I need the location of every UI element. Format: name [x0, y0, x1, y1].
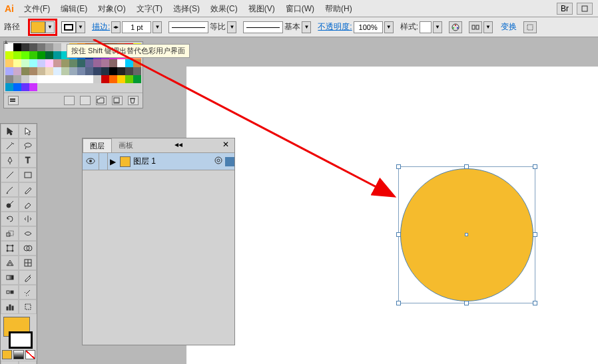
brush-def-box[interactable] — [243, 21, 283, 33]
swatch-cell[interactable] — [21, 75, 29, 83]
swatch-cell[interactable] — [69, 75, 77, 83]
artboard-tool[interactable] — [19, 299, 37, 314]
menu-type[interactable]: 文字(T) — [131, 0, 168, 17]
expand-triangle-icon[interactable]: ▶ — [108, 157, 117, 166]
swatch-cell[interactable] — [5, 83, 13, 91]
swatch-cell[interactable] — [53, 51, 61, 59]
width-tool[interactable] — [19, 226, 37, 241]
gradient-tool[interactable] — [1, 270, 19, 285]
menu-view[interactable]: 视图(V) — [243, 0, 280, 17]
resize-handle-top-right[interactable] — [533, 164, 537, 169]
swatch-cell[interactable] — [61, 59, 69, 67]
swatch-cell[interactable] — [21, 67, 29, 75]
swatch-cell[interactable] — [85, 75, 93, 83]
mesh-tool[interactable] — [19, 256, 37, 270]
swatch-cell[interactable] — [29, 83, 37, 91]
panel-collapse-icon[interactable]: ◂◂ — [169, 138, 188, 152]
perspective-tool[interactable] — [1, 256, 19, 270]
swatch-cell[interactable] — [109, 75, 117, 83]
stroke-weight-input[interactable] — [122, 21, 151, 33]
swatch-cell[interactable] — [61, 67, 69, 75]
color-mode-none[interactable] — [25, 350, 35, 359]
transform-link[interactable]: 变换 — [501, 21, 517, 33]
swatch-cell[interactable] — [29, 51, 37, 59]
tab-layers[interactable]: 图层 — [83, 138, 112, 152]
opacity-input[interactable] — [354, 21, 383, 33]
menu-effect[interactable]: 效果(C) — [205, 0, 243, 17]
magic-wand-tool[interactable] — [1, 138, 19, 153]
paintbrush-tool[interactable] — [1, 182, 19, 197]
swatch-cell[interactable] — [101, 59, 109, 67]
rectangle-tool[interactable] — [19, 168, 37, 182]
swatch-cell[interactable] — [45, 43, 53, 51]
swatch-cell[interactable] — [21, 59, 29, 67]
swatch-cell[interactable] — [37, 67, 45, 75]
color-mode-solid[interactable] — [2, 350, 12, 359]
stroke-weight-down-icon[interactable]: ◂▸ — [111, 21, 121, 33]
menu-select[interactable]: 选择(S) — [168, 0, 205, 17]
swatch-cell[interactable] — [109, 59, 117, 67]
swatch-cell[interactable] — [77, 75, 85, 83]
line-tool[interactable] — [1, 168, 19, 182]
swatch-cell[interactable] — [5, 51, 13, 59]
resize-handle-right[interactable] — [533, 232, 537, 237]
stroke-weight-menu-icon[interactable]: ▼ — [152, 21, 162, 33]
stroke-link[interactable]: 描边: — [92, 21, 110, 33]
style-menu-icon[interactable]: ▼ — [433, 21, 442, 33]
selection-indicator[interactable] — [225, 157, 234, 166]
swatch-cell[interactable] — [101, 67, 109, 75]
symbol-sprayer-tool[interactable] — [19, 285, 37, 299]
swatch-cell[interactable] — [93, 75, 101, 83]
stroke-indicator[interactable] — [9, 331, 33, 349]
swatch-cell[interactable] — [37, 43, 45, 51]
swatch-cell[interactable] — [45, 59, 53, 67]
swatch-cell[interactable] — [53, 75, 61, 83]
swatch-cell[interactable] — [77, 67, 85, 75]
swatch-cell[interactable] — [13, 67, 21, 75]
swatch-cell[interactable] — [53, 67, 61, 75]
swatch-options-icon[interactable] — [80, 96, 91, 105]
doc-layout-button[interactable] — [577, 3, 593, 15]
free-transform-tool[interactable] — [1, 241, 19, 256]
swatch-cell[interactable] — [69, 59, 77, 67]
swatch-cell[interactable] — [29, 67, 37, 75]
canvas-area[interactable] — [186, 67, 598, 364]
delete-swatch-icon[interactable] — [128, 96, 139, 105]
recolor-icon[interactable] — [449, 21, 462, 33]
swatch-cell[interactable] — [13, 75, 21, 83]
swatch-cell[interactable] — [133, 59, 141, 67]
shape-builder-tool[interactable] — [19, 241, 37, 256]
width-profile-box[interactable] — [168, 21, 208, 33]
stroke-color-swatch[interactable] — [61, 21, 76, 33]
fill-dropdown-arrow-icon[interactable]: ▼ — [45, 21, 55, 33]
visibility-eye-icon[interactable] — [83, 157, 99, 166]
ellipse-shape[interactable] — [400, 168, 533, 301]
lasso-tool[interactable] — [19, 138, 37, 153]
change-screen-mode[interactable] — [19, 361, 37, 364]
swatch-cell[interactable] — [37, 75, 45, 83]
isolate-icon[interactable] — [523, 21, 537, 33]
swatch-cell[interactable] — [5, 59, 13, 67]
selected-object[interactable] — [390, 165, 543, 305]
resize-handle-bottom-right[interactable] — [533, 301, 537, 305]
swatch-cell[interactable] — [29, 59, 37, 67]
column-graph-tool[interactable] — [1, 299, 19, 314]
swatch-cell[interactable] — [125, 75, 133, 83]
swatch-cell[interactable] — [133, 67, 141, 75]
stroke-dropdown-arrow-icon[interactable]: ▼ — [76, 21, 85, 33]
swatch-cell[interactable] — [109, 67, 117, 75]
scale-tool[interactable] — [1, 226, 19, 241]
layer-row[interactable]: ▶ 图层 1 — [83, 153, 234, 170]
resize-handle-bottom[interactable] — [464, 301, 469, 305]
menu-window[interactable]: 窗口(W) — [280, 0, 320, 17]
blend-tool[interactable] — [1, 285, 19, 299]
swatch-cell[interactable] — [117, 59, 125, 67]
swatch-cell[interactable] — [85, 67, 93, 75]
swatch-cell[interactable] — [21, 83, 29, 91]
target-icon[interactable] — [212, 156, 225, 166]
pen-tool[interactable] — [1, 153, 19, 168]
swatch-cell[interactable] — [77, 59, 85, 67]
direct-selection-tool[interactable] — [19, 124, 37, 138]
swatch-cell[interactable] — [93, 67, 101, 75]
opacity-menu-icon[interactable]: ▼ — [384, 21, 394, 33]
